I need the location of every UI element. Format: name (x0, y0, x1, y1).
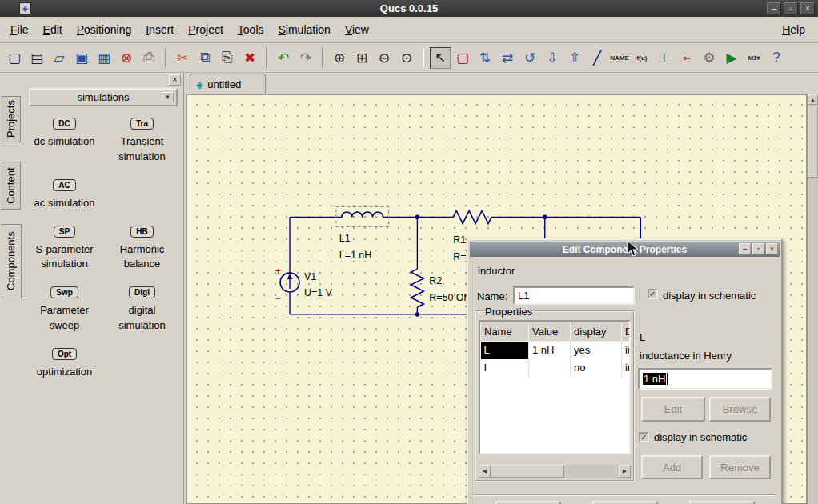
add-button[interactable]: Add (641, 455, 703, 479)
inductor-l1[interactable] (342, 212, 383, 217)
scrollbar-thumb[interactable] (491, 465, 564, 478)
v1-value-label[interactable]: U=1 V (304, 287, 333, 298)
l1-value-label[interactable]: L=1 nH (339, 250, 371, 261)
tab-untitled[interactable]: ◈ untitled (190, 74, 266, 94)
app-titlebar[interactable]: ◈ Qucs 0.0.15 – ▫ × (0, 0, 818, 17)
property-display-cell[interactable]: no (571, 359, 622, 377)
dialog-close-icon[interactable]: × (766, 243, 778, 254)
ok-button[interactable]: OK (495, 501, 561, 504)
property-display-cell[interactable]: yes (571, 342, 622, 359)
menu-insert[interactable]: Insert (138, 20, 181, 39)
menu-tools[interactable]: Tools (231, 20, 271, 39)
property-name-cell[interactable]: L (481, 342, 529, 359)
window-close-icon[interactable]: × (800, 2, 815, 14)
new-text-document-icon[interactable]: ▤ (26, 47, 47, 69)
mirror-y-icon[interactable]: ⇄ (497, 47, 518, 69)
cut-icon[interactable]: ✂ (172, 47, 193, 69)
table-row[interactable]: I no in (481, 359, 632, 377)
sidebar-close-icon[interactable]: × (169, 74, 181, 86)
paste-icon[interactable]: ⎘ (217, 47, 238, 69)
scroll-up-icon[interactable]: ▲ (808, 94, 818, 105)
menu-project[interactable]: Project (181, 20, 231, 39)
property-value-input[interactable]: 1 nH (638, 368, 772, 390)
zoom-box-icon[interactable]: ⊞ (351, 47, 372, 69)
save-file-icon[interactable]: ▣ (71, 47, 92, 69)
l1-name-label[interactable]: L1 (339, 233, 351, 244)
component-s-parameter-simulation[interactable]: SP S-parameter simulation (26, 224, 102, 273)
dialog-titlebar[interactable]: Edit Component Properties – ▫ × (470, 242, 780, 257)
set-marker-icon[interactable]: M1▾ (744, 47, 764, 69)
property-desc-cell[interactable]: in (622, 342, 632, 359)
insert-wire-icon[interactable]: ╱ (587, 47, 607, 69)
component-optimization[interactable]: Opt optimization (26, 346, 102, 380)
component-digital-simulation[interactable]: Digi digital simulation (104, 285, 180, 334)
r1-name-label[interactable]: R1 (453, 234, 466, 246)
menu-edit[interactable]: Edit (36, 20, 70, 39)
sidebar-tab-components[interactable]: Components (1, 224, 22, 298)
copy-icon[interactable]: ⧉ (194, 47, 215, 69)
scroll-left-icon[interactable]: ◀ (479, 465, 491, 478)
insert-ground-icon[interactable]: ⊥ (654, 47, 675, 69)
component-category-select[interactable]: simulations ▼ (29, 88, 178, 106)
property-value-cell[interactable]: 1 nH (529, 342, 571, 359)
cancel-button[interactable]: Cancel (689, 501, 755, 504)
zoom-reset-icon[interactable]: ⊙ (396, 47, 417, 69)
name-display-checkbox[interactable] (648, 289, 658, 299)
close-file-icon[interactable]: ⊗ (116, 47, 137, 69)
table-row[interactable]: L 1 nH yes in (481, 342, 632, 359)
table-horizontal-scrollbar[interactable]: ◀ ▶ (479, 465, 631, 478)
save-all-icon[interactable]: ▦ (94, 47, 114, 69)
wire-label-icon[interactable]: NAME (609, 47, 630, 69)
remove-button[interactable]: Remove (709, 455, 771, 479)
rotate-icon[interactable]: ↺ (519, 47, 540, 69)
resistor-r2[interactable] (411, 269, 423, 307)
column-header-name[interactable]: Name (481, 322, 529, 342)
delete-icon[interactable]: ✖ (239, 47, 260, 69)
component-dc-simulation[interactable]: DC dc simulation (26, 116, 102, 165)
menu-help[interactable]: Help (772, 20, 815, 39)
component-ac-simulation[interactable]: AC ac simulation (26, 178, 102, 211)
zoom-in-icon[interactable]: ⊕ (329, 47, 350, 69)
component-parameter-sweep[interactable]: Swp Parameter sweep (26, 285, 102, 334)
zoom-out-icon[interactable]: ⊖ (374, 47, 395, 69)
scrollbar-thumb[interactable] (808, 106, 818, 178)
component-harmonic-balance[interactable]: HB Harmonic balance (104, 224, 180, 273)
property-value-cell[interactable] (529, 359, 571, 377)
sidebar-tab-content[interactable]: Content (1, 162, 21, 210)
simulate-icon[interactable]: ▶ (721, 47, 742, 69)
redo-icon[interactable]: ↷ (295, 47, 316, 69)
menu-file[interactable]: File (3, 20, 36, 39)
window-maximize-icon[interactable]: ▫ (784, 2, 798, 14)
menu-positioning[interactable]: Positioning (70, 20, 139, 39)
mirror-x-icon[interactable]: ⇅ (475, 47, 495, 69)
component-transient-simulation[interactable]: Tra Transient simulation (104, 116, 180, 165)
print-icon[interactable]: ⎙ (138, 47, 159, 69)
vertical-scrollbar[interactable]: ▲ (807, 94, 818, 504)
property-name-cell[interactable]: I (481, 359, 529, 377)
resistor-r1[interactable] (453, 210, 491, 223)
menu-view[interactable]: View (338, 20, 376, 39)
into-subcircuit-icon[interactable]: ⇩ (542, 47, 563, 69)
select-tool-icon[interactable]: ↖ (430, 47, 451, 69)
new-document-icon[interactable]: ▢ (4, 47, 25, 69)
deactivate-icon[interactable]: ▢ (452, 47, 473, 69)
dialog-maximize-icon[interactable]: ▫ (752, 243, 764, 254)
browse-button[interactable]: Browse (709, 397, 771, 422)
edit-button[interactable]: Edit (641, 397, 705, 422)
dialog-minimize-icon[interactable]: – (739, 243, 751, 254)
insert-equation-icon[interactable]: f(u) (632, 47, 652, 69)
insert-port-icon[interactable]: o– (676, 47, 697, 69)
menu-simulation[interactable]: Simulation (271, 20, 338, 39)
column-header-display[interactable]: display (571, 322, 622, 342)
r2-name-label[interactable]: R2 (429, 275, 442, 286)
window-minimize-icon[interactable]: – (767, 2, 781, 14)
scroll-right-icon[interactable]: ▶ (619, 465, 631, 478)
property-desc-cell[interactable]: in (622, 359, 632, 377)
undo-icon[interactable]: ↶ (273, 47, 294, 69)
sidebar-tab-projects[interactable]: Projects (1, 96, 21, 142)
apply-button[interactable]: Apply (592, 501, 658, 504)
popout-subcircuit-icon[interactable]: ⇧ (564, 47, 585, 69)
column-header-value[interactable]: Value (529, 322, 571, 342)
whats-this-icon[interactable]: ? (766, 47, 787, 69)
column-header-description[interactable]: D (622, 322, 632, 342)
